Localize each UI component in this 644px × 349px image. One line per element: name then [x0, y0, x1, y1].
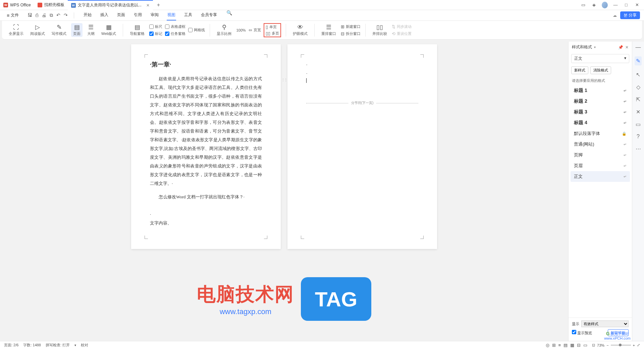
- grid-view-icon[interactable]: ⊞: [552, 343, 556, 348]
- gridlines-checkbox[interactable]: 网格线: [188, 28, 205, 33]
- style-heading-2[interactable]: 标题 2↵: [571, 96, 630, 107]
- clear-format-button[interactable]: 清除格式: [590, 66, 611, 74]
- zoom-100-button[interactable]: 100%: [236, 28, 246, 32]
- read-view-icon[interactable]: ▭: [583, 343, 587, 348]
- style-heading-1[interactable]: 标题 1↵: [571, 85, 630, 96]
- maximize-button[interactable]: □: [623, 2, 629, 7]
- copy-icon[interactable]: ⧉: [50, 12, 53, 18]
- tab-member[interactable]: 会员专享: [200, 10, 218, 20]
- search-icon[interactable]: 🔍: [226, 10, 232, 20]
- style-header[interactable]: 页眉↵: [571, 160, 630, 171]
- main-area: ·第一章· 赵依依是人类用符号记录表达信息以传之久远的方式和工具。现代文字大多是…: [0, 42, 644, 341]
- tab-start[interactable]: 开始: [83, 10, 92, 20]
- zoom-in-icon[interactable]: +: [633, 343, 635, 347]
- tab-insert[interactable]: 插入: [100, 10, 109, 20]
- nav-pane-button[interactable]: ▤导航窗格: [128, 23, 147, 37]
- eye-mode-button[interactable]: 👁护眼模式: [291, 23, 310, 37]
- fit-icon[interactable]: ⊡: [592, 343, 595, 347]
- table-border-checkbox[interactable]: 表格虚框: [165, 24, 185, 29]
- document-area[interactable]: ·第一章· 赵依依是人类用符号记录表达信息以传之久远的方式和工具。现代文字大多是…: [0, 42, 568, 341]
- ruler-checkbox[interactable]: 标尺: [149, 24, 162, 29]
- avatar[interactable]: [602, 2, 608, 8]
- zoom-value: 73%: [597, 343, 604, 347]
- share-button[interactable]: 분 分享: [620, 11, 640, 19]
- list-view-icon[interactable]: ≡: [558, 343, 561, 348]
- fullscreen-button[interactable]: ⛶全屏显示: [7, 23, 25, 37]
- style-default-font[interactable]: 默认段落字体🔒: [571, 128, 630, 139]
- split-window-button[interactable]: ⊟拆分窗口: [341, 31, 361, 36]
- cube-icon[interactable]: ◈: [591, 2, 597, 7]
- style-normal-web[interactable]: 普通(网站)↵: [571, 139, 630, 150]
- arrange-window-button[interactable]: ☰重排窗口: [319, 23, 338, 37]
- tab-review[interactable]: 审阅: [150, 10, 159, 20]
- page-drag-handle[interactable]: ⋮⋮: [281, 78, 287, 82]
- styles-rail-icon[interactable]: ✎: [635, 56, 642, 65]
- close-tab-icon[interactable]: ✕: [146, 3, 150, 8]
- section-break: 分节符(下一页): [306, 103, 418, 103]
- style-body[interactable]: 正文↵: [571, 171, 630, 182]
- minimize-button[interactable]: —: [612, 2, 619, 7]
- zoom-control[interactable]: ⊡ 73% − + ⤢: [592, 343, 640, 347]
- focus-view-icon[interactable]: ◎: [546, 343, 549, 348]
- panel-icon[interactable]: ▭: [580, 2, 586, 7]
- enter-icon: ↵: [624, 121, 627, 125]
- new-style-button[interactable]: 新样式: [571, 66, 588, 74]
- word-count[interactable]: 字数: 1488: [23, 343, 41, 348]
- tools-rail-icon[interactable]: ✕: [636, 109, 640, 115]
- compare-button: ▯▯并排比较: [370, 23, 389, 37]
- page-view-button[interactable]: ▤页面: [71, 23, 83, 37]
- template-tab[interactable]: 找稻壳模板: [34, 0, 68, 10]
- redo-icon[interactable]: ↷: [64, 12, 68, 18]
- style-heading-3[interactable]: 标题 3↵: [571, 107, 630, 117]
- tab-tools[interactable]: 工具: [183, 10, 193, 20]
- style-heading-4[interactable]: 标题 4↵: [571, 117, 630, 128]
- pin-icon[interactable]: 📌: [618, 45, 623, 50]
- document-tab[interactable]: W 文字是人类用符号记录表达信息以... ✕: [68, 0, 153, 10]
- tab-view[interactable]: 视图: [167, 10, 176, 20]
- chevron-down-icon: ▾: [624, 56, 626, 61]
- file-menu[interactable]: ≡ 文件: [4, 11, 21, 19]
- expand-icon[interactable]: ⤢: [637, 343, 640, 347]
- zoom-out-icon[interactable]: −: [606, 343, 608, 347]
- page-width-button[interactable]: ⬄页宽: [249, 28, 261, 33]
- print-preview-icon[interactable]: ⎙: [36, 12, 38, 18]
- read-mode-button[interactable]: ▷阅读版式: [28, 23, 47, 37]
- outline-button[interactable]: ☰大纲: [85, 23, 97, 37]
- page-view-icon[interactable]: ▤: [564, 343, 568, 348]
- app-tab[interactable]: W WPS Office: [0, 0, 34, 10]
- outline-view-icon[interactable]: ⊟: [577, 343, 581, 348]
- tab-reference[interactable]: 引用: [133, 10, 143, 20]
- close-panel-icon[interactable]: ✕: [625, 45, 629, 50]
- collapse-rail-icon[interactable]: —: [636, 44, 641, 50]
- shapes-rail-icon[interactable]: ◇: [636, 84, 640, 90]
- show-ratio-button[interactable]: ⚲显示比例: [215, 23, 233, 37]
- device-rail-icon[interactable]: ▭: [636, 121, 641, 128]
- export-rail-icon[interactable]: ⇱: [636, 96, 640, 103]
- new-window-button[interactable]: ⊞新建窗口: [341, 24, 361, 29]
- style-footer[interactable]: 页脚↵: [571, 150, 630, 160]
- cloud-icon[interactable]: ☁: [613, 13, 617, 18]
- preview-checkbox[interactable]: 显示预览: [572, 330, 592, 336]
- select-rail-icon[interactable]: ↖: [636, 71, 640, 78]
- save-icon[interactable]: 🖫: [28, 12, 32, 18]
- proof-status[interactable]: 校对: [81, 343, 88, 348]
- spellcheck-status[interactable]: 拼写检查: 打开: [46, 343, 70, 348]
- single-page-button[interactable]: ▯单页: [266, 24, 279, 30]
- web-view-button[interactable]: ▦Web版式: [99, 23, 118, 37]
- marks-checkbox[interactable]: 标记: [149, 31, 162, 36]
- close-window-button[interactable]: ✕: [634, 2, 640, 7]
- titlebar: W WPS Office 找稻壳模板 W 文字是人类用符号记录表达信息以... …: [0, 0, 644, 10]
- current-style-select[interactable]: 正文 ▾: [571, 54, 629, 63]
- tab-page[interactable]: 页面: [116, 10, 126, 20]
- more-rail-icon[interactable]: ⋯: [636, 146, 641, 152]
- undo-icon[interactable]: ↶: [56, 12, 60, 18]
- show-filter-select[interactable]: 有效样式: [581, 320, 629, 327]
- help-rail-icon[interactable]: ?: [637, 134, 640, 140]
- write-mode-button[interactable]: ✎写作模式: [50, 23, 68, 37]
- web-view-icon[interactable]: ▦: [570, 343, 574, 348]
- add-tab-button[interactable]: +: [153, 2, 164, 8]
- multi-page-button[interactable]: ▯▯多页: [266, 31, 279, 36]
- task-pane-checkbox[interactable]: 任务窗格: [165, 31, 185, 36]
- print-icon[interactable]: 🖨: [42, 12, 46, 18]
- page-indicator[interactable]: 页面: 2/6: [4, 343, 18, 348]
